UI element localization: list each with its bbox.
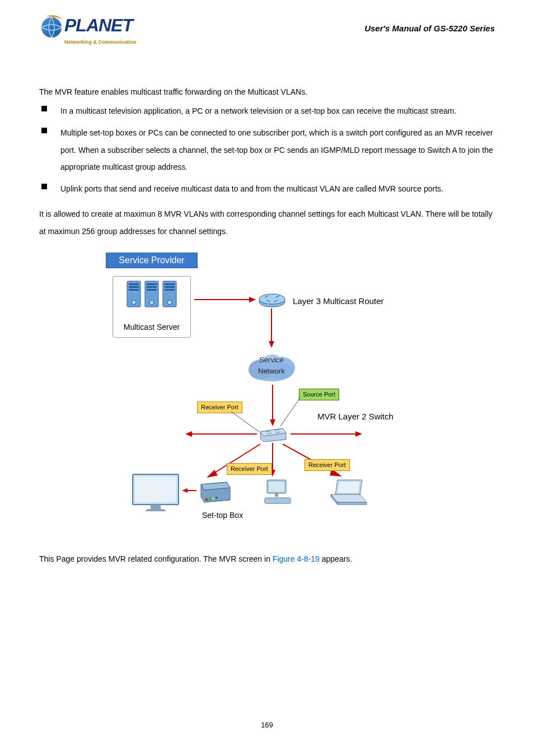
source-port-label: Source Port <box>299 389 339 401</box>
header-title: User's Manual of GS-5220 Series <box>364 22 495 35</box>
arrow-down-icon <box>268 385 277 426</box>
logo: PLANET Networking & Communication <box>39 11 137 46</box>
bullet-text: Uplink ports that send and receive multi… <box>60 180 495 198</box>
bullet-item: In a multicast television application, a… <box>39 102 495 120</box>
server-icon <box>144 280 160 308</box>
bullet-text: Multiple set-top boxes or PCs can be con… <box>60 124 495 176</box>
svg-point-45 <box>205 498 208 501</box>
paragraph-2: It is allowed to create at maximun 8 MVR… <box>39 206 495 240</box>
svg-rect-4 <box>129 289 139 291</box>
svg-rect-14 <box>165 289 175 291</box>
switch-icon <box>259 427 287 442</box>
line-icon <box>230 410 260 433</box>
svg-marker-33 <box>355 431 362 437</box>
svg-marker-21 <box>269 341 274 348</box>
server-icon <box>126 280 142 308</box>
svg-point-15 <box>167 300 172 305</box>
svg-rect-2 <box>129 283 139 285</box>
svg-marker-44 <box>182 488 188 493</box>
svg-rect-3 <box>129 286 139 288</box>
service-provider-label: Service Provider <box>106 253 198 268</box>
arrow-icon <box>194 296 256 303</box>
bullet-square-icon <box>41 128 47 133</box>
bullet-text: In a multicast television application, a… <box>60 102 495 120</box>
l3-router-label: Layer 3 Multicast Router <box>293 295 384 308</box>
svg-rect-42 <box>151 505 161 509</box>
svg-marker-17 <box>249 297 256 302</box>
server-icon <box>162 280 177 308</box>
svg-rect-8 <box>147 286 157 288</box>
receiver-port-label: Receiver Port <box>305 459 350 472</box>
svg-rect-12 <box>165 283 175 285</box>
bullet-list: In a multicast television application, a… <box>39 102 495 198</box>
svg-line-28 <box>280 397 301 426</box>
svg-point-19 <box>259 294 285 304</box>
svg-marker-27 <box>270 419 275 426</box>
network-diagram: Service Provider <box>99 250 435 525</box>
svg-rect-51 <box>275 493 278 497</box>
svg-rect-52 <box>265 498 291 503</box>
page-header: PLANET Networking & Communication User's… <box>0 0 534 52</box>
service-network-label: Service Network <box>258 354 285 378</box>
logo-text: PLANET <box>64 11 133 40</box>
monitor-icon <box>130 472 181 515</box>
bullet-square-icon <box>41 184 47 189</box>
arrow-left-icon <box>185 431 257 437</box>
bullet-item: Uplink ports that send and receive multi… <box>39 180 495 198</box>
router-icon <box>258 292 286 307</box>
svg-line-29 <box>231 412 259 432</box>
svg-point-47 <box>212 497 214 500</box>
svg-point-46 <box>209 498 211 500</box>
settop-box-label: Set-top Box <box>202 509 243 521</box>
arrow-left-icon <box>182 488 196 493</box>
svg-marker-31 <box>185 431 192 437</box>
bottom-para-text-2: appears. <box>320 554 352 563</box>
content-area: The MVR feature enables multicast traffi… <box>0 52 534 576</box>
svg-point-48 <box>216 497 218 499</box>
settop-box-icon <box>199 480 232 505</box>
multicast-server-box: Multicast Server <box>113 276 191 338</box>
svg-marker-35 <box>207 470 218 478</box>
svg-point-5 <box>132 300 136 305</box>
line-icon <box>279 396 302 427</box>
logo-tagline: Networking & Communication <box>64 38 137 46</box>
bottom-para-text-1: This Page provides MVR related configura… <box>39 554 273 563</box>
figure-link[interactable]: Figure 4-8-19 <box>273 554 320 563</box>
svg-rect-13 <box>165 286 175 288</box>
laptop-icon <box>329 478 369 506</box>
desktop-icon <box>264 478 292 505</box>
globe-icon <box>39 12 67 40</box>
receiver-port-label: Receiver Port <box>227 463 272 475</box>
svg-rect-7 <box>147 283 157 285</box>
bullet-square-icon <box>41 106 47 111</box>
bottom-paragraph: This Page provides MVR related configura… <box>39 553 495 565</box>
svg-rect-9 <box>147 289 157 291</box>
page-number: 169 <box>0 720 534 731</box>
svg-rect-50 <box>269 482 284 492</box>
arrow-right-icon <box>291 431 362 437</box>
bullet-item: Multiple set-top boxes or PCs can be con… <box>39 124 495 176</box>
arrow-down-icon <box>267 309 276 348</box>
intro-paragraph: The MVR feature enables multicast traffi… <box>39 86 495 98</box>
mvr-l2-switch-label: MVR Layer 2 Switch <box>317 410 394 423</box>
svg-point-0 <box>41 17 62 38</box>
multicast-server-label: Multicast Server <box>124 321 180 333</box>
svg-rect-41 <box>135 477 176 502</box>
svg-point-10 <box>149 300 154 305</box>
